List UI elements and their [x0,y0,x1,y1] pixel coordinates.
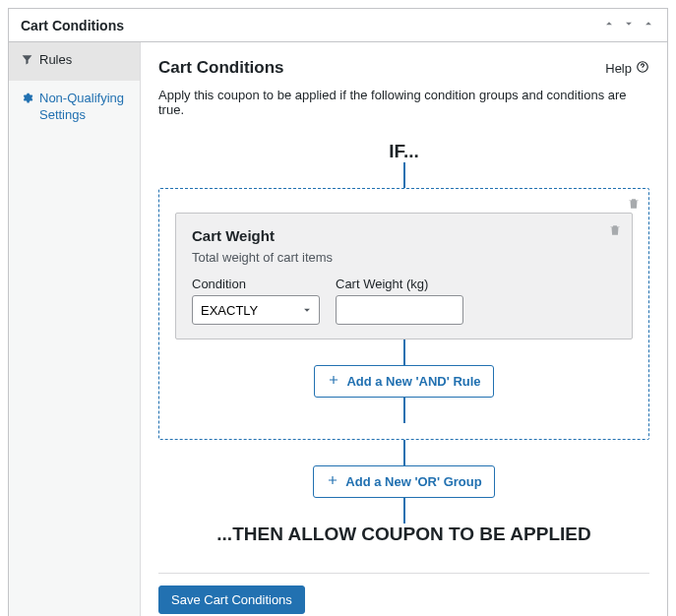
rule-fields: Condition EXACTLYMORE THANLESS THAN Cart… [192,277,616,325]
footer: Save Cart Conditions [158,573,649,614]
gear-icon [21,92,33,109]
condition-select[interactable]: EXACTLYMORE THANLESS THAN [192,295,320,325]
main-header: Cart Conditions Help [158,58,649,78]
trash-icon [608,225,622,240]
help-icon [636,60,649,77]
condition-group: Cart Weight Total weight of cart items C… [158,188,649,440]
rule-title: Cart Weight [192,227,616,244]
add-and-row: Add a New 'AND' Rule [175,365,633,398]
panel-title: Cart Conditions [21,18,124,33]
sidebar-item-rules[interactable]: Rules [9,42,140,81]
collapse-down-icon[interactable] [622,17,636,33]
sidebar: Rules Non-Qualifying Settings [9,42,141,616]
save-button[interactable]: Save Cart Conditions [158,585,305,614]
panel-header: Cart Conditions [9,9,667,42]
description: Apply this coupon to be applied if the f… [158,88,649,117]
connector-line [403,498,405,524]
connector-line [403,398,405,423]
help-label: Help [605,61,632,76]
connector-line [403,440,405,465]
add-or-label: Add a New 'OR' Group [345,474,481,489]
condition-select-wrap: EXACTLYMORE THANLESS THAN [192,295,320,325]
add-or-group-button[interactable]: Add a New 'OR' Group [313,465,494,498]
toggle-panel-icon[interactable] [642,17,655,33]
condition-field: Condition EXACTLYMORE THANLESS THAN [192,277,320,325]
svg-point-1 [643,69,644,70]
panel-body: Rules Non-Qualifying Settings Cart Condi… [9,42,667,616]
connector-line [403,339,405,365]
add-and-label: Add a New 'AND' Rule [346,374,480,389]
then-heading: ...THEN ALLOW COUPON TO BE APPLIED [158,524,649,545]
sidebar-item-label: Rules [39,52,72,69]
add-or-row: Add a New 'OR' Group [158,465,649,498]
rule-description: Total weight of cart items [192,250,616,265]
sidebar-item-label: Non-Qualifying Settings [39,91,128,124]
cart-conditions-panel: Cart Conditions Rules Non-Qualifying Set… [8,8,668,616]
weight-input[interactable] [336,295,463,325]
if-heading: IF... [158,141,649,162]
weight-field: Cart Weight (kg) [336,277,463,325]
collapse-up-icon[interactable] [602,17,616,33]
page-title: Cart Conditions [158,58,284,78]
connector-line [403,162,405,188]
trash-icon [627,199,641,214]
add-and-rule-button[interactable]: Add a New 'AND' Rule [314,365,493,398]
plus-icon [326,473,339,490]
condition-label: Condition [192,277,320,291]
panel-header-controls [602,17,655,33]
funnel-icon [21,53,33,71]
weight-label: Cart Weight (kg) [336,277,463,291]
main-content: Cart Conditions Help Apply this coupon t… [141,42,667,616]
sidebar-item-non-qualifying[interactable]: Non-Qualifying Settings [9,81,140,134]
help-link[interactable]: Help [605,60,649,77]
plus-icon [327,373,340,390]
delete-group-button[interactable] [627,197,641,214]
delete-rule-button[interactable] [608,223,622,240]
rule-cart-weight: Cart Weight Total weight of cart items C… [175,213,633,339]
